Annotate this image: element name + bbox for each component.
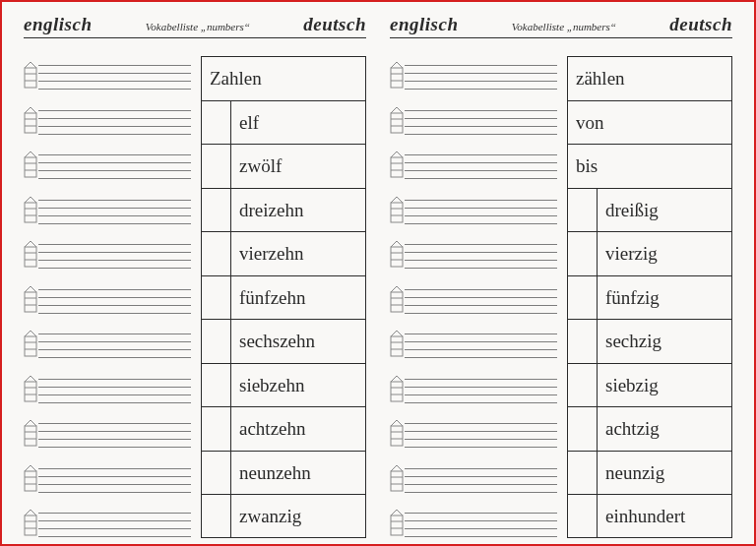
header-lang-english: englisch <box>24 14 92 35</box>
handwriting-line[interactable] <box>390 510 557 537</box>
handwriting-line[interactable] <box>390 465 557 493</box>
svg-rect-9 <box>25 203 36 222</box>
handwriting-line[interactable] <box>24 62 191 90</box>
vocab-cell: achtzig <box>567 406 732 451</box>
house-icon <box>390 60 404 90</box>
ruled-lines <box>38 62 191 90</box>
page-header: englisch Vokabelliste „numbers“ deutsch <box>390 14 732 38</box>
header-lang-german: deutsch <box>303 14 366 35</box>
handwriting-line[interactable] <box>390 107 557 135</box>
vocab-cell: neunzig <box>567 451 732 495</box>
english-blank-column <box>390 56 557 538</box>
ruled-lines <box>405 241 557 269</box>
handwriting-line[interactable] <box>390 420 557 448</box>
svg-rect-18 <box>25 336 36 356</box>
ruled-lines <box>38 152 191 179</box>
house-icon <box>24 463 37 493</box>
svg-rect-60 <box>391 471 403 491</box>
house-icon <box>390 329 404 358</box>
german-word: von <box>568 113 604 132</box>
ruled-lines <box>405 331 557 358</box>
ruled-lines <box>38 510 191 537</box>
ruled-lines <box>405 376 557 403</box>
svg-rect-45 <box>391 247 403 267</box>
vocab-cell: von <box>567 100 732 145</box>
ruled-lines <box>38 376 191 403</box>
ruled-lines <box>405 62 557 90</box>
worksheet-grid: zählenvonbisdreißigvierzigfünfzigsechzig… <box>390 56 732 538</box>
ruled-lines <box>38 107 191 135</box>
handwriting-line[interactable] <box>24 465 191 493</box>
vocab-cell: achtzehn <box>201 406 366 451</box>
handwriting-line[interactable] <box>24 107 191 135</box>
german-word: zählen <box>568 69 625 88</box>
house-icon <box>390 239 404 269</box>
handwriting-line[interactable] <box>390 286 557 314</box>
german-word: siebzig <box>598 376 659 394</box>
svg-rect-6 <box>25 157 36 177</box>
ruled-lines <box>38 241 191 269</box>
house-icon <box>24 195 37 224</box>
svg-rect-57 <box>391 426 403 446</box>
vocab-cell: fünfzehn <box>201 275 366 320</box>
svg-rect-15 <box>25 292 36 312</box>
worksheet-grid: Zahlenelfzwölfdreizehnvierzehnfünfzehnse… <box>24 56 366 538</box>
vocab-cell: fünfzig <box>567 275 732 320</box>
svg-rect-48 <box>391 292 403 312</box>
house-icon <box>390 150 404 179</box>
svg-rect-54 <box>391 382 403 401</box>
handwriting-line[interactable] <box>24 152 191 179</box>
handwriting-line[interactable] <box>24 420 191 448</box>
indent-gutter <box>202 276 231 320</box>
indent-gutter <box>202 452 231 495</box>
indent-gutter <box>568 452 598 495</box>
german-word: zwölf <box>231 156 282 175</box>
ruled-lines <box>405 420 557 448</box>
house-icon <box>24 105 37 135</box>
vocab-cell: einhundert <box>567 494 732 538</box>
german-word: vierzig <box>598 244 658 263</box>
svg-rect-36 <box>391 113 403 133</box>
vocab-cell: zwanzig <box>201 494 366 538</box>
handwriting-line[interactable] <box>390 376 557 403</box>
handwriting-line[interactable] <box>390 331 557 358</box>
svg-rect-24 <box>25 426 36 446</box>
vocab-cell: dreißig <box>567 188 732 232</box>
german-word: achtzig <box>598 419 660 438</box>
worksheet-page-left: englisch Vokabelliste „numbers“ deutsch … <box>24 14 366 532</box>
indent-gutter <box>202 101 231 145</box>
indent-gutter <box>568 407 598 451</box>
header-lang-german: deutsch <box>669 14 732 35</box>
house-icon <box>24 60 37 90</box>
worksheet-page-right: englisch Vokabelliste „numbers“ deutsch … <box>390 14 732 532</box>
ruled-lines <box>38 286 191 314</box>
indent-gutter <box>568 364 598 407</box>
handwriting-line[interactable] <box>390 62 557 90</box>
handwriting-line[interactable] <box>24 241 191 269</box>
ruled-lines <box>38 420 191 448</box>
vocab-cell: siebzig <box>567 363 732 407</box>
handwriting-line[interactable] <box>24 286 191 314</box>
handwriting-line[interactable] <box>390 241 557 269</box>
vocab-cell: vierzig <box>567 231 732 275</box>
ruled-lines <box>405 465 557 493</box>
german-word: elf <box>231 113 259 132</box>
ruled-lines <box>38 197 191 224</box>
svg-rect-33 <box>391 68 403 88</box>
german-word: sechszehn <box>231 332 315 350</box>
german-word: zwanzig <box>231 507 301 525</box>
indent-gutter <box>202 320 231 363</box>
german-word: vierzehn <box>231 244 303 263</box>
handwriting-line[interactable] <box>24 331 191 358</box>
handwriting-line[interactable] <box>24 510 191 537</box>
german-word: fünfzig <box>598 288 660 307</box>
handwriting-line[interactable] <box>24 197 191 224</box>
german-word-column: zählenvonbisdreißigvierzigfünfzigsechzig… <box>567 56 732 538</box>
house-icon <box>24 418 37 448</box>
handwriting-line[interactable] <box>390 197 557 224</box>
handwriting-line[interactable] <box>390 152 557 179</box>
german-word-column: Zahlenelfzwölfdreizehnvierzehnfünfzehnse… <box>201 56 366 538</box>
vocab-cell: sechszehn <box>201 319 366 363</box>
handwriting-line[interactable] <box>24 376 191 403</box>
svg-rect-3 <box>25 113 36 133</box>
